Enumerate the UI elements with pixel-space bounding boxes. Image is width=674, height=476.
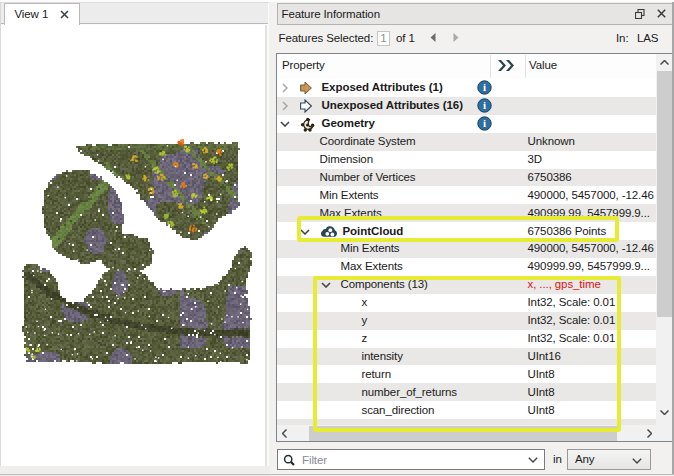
table-row[interactable]: zInt32, Scale: 0.01	[277, 330, 656, 348]
property-value: 3D	[528, 153, 543, 165]
table-row[interactable]: Max Extents490999.99, 5457999.9...	[277, 204, 656, 222]
property-value: 490000, 5457000, -12.46	[528, 189, 654, 201]
table-row[interactable]: Min Extents490000, 5457000, -12.46	[277, 186, 656, 204]
window-bottom-border	[0, 474, 674, 475]
filter-combobox[interactable]	[277, 449, 545, 470]
scroll-left-icon[interactable]	[277, 425, 291, 441]
scope-value: Any	[575, 453, 595, 465]
svg-text:i: i	[483, 118, 486, 130]
of-total-label: of 1	[396, 32, 415, 44]
property-label: Unexposed Attributes (16)	[322, 99, 463, 111]
property-label: z	[362, 332, 368, 344]
chevron-down-icon[interactable]	[300, 229, 310, 235]
table-row[interactable]: Exposed Attributes (1)i	[277, 79, 656, 97]
table-header: Property Value	[277, 54, 673, 79]
property-table: Property Value Exposed Attributes (1)iUn…	[276, 53, 674, 442]
close-icon[interactable]	[657, 9, 666, 18]
property-value: UInt16	[528, 350, 561, 362]
property-value: Unknown	[528, 135, 575, 147]
table-row[interactable]: Min Extents490000, 5457000, -12.46	[277, 240, 656, 258]
column-header-value[interactable]: Value	[529, 59, 557, 71]
table-row[interactable]: number_of_returnsUInt8	[277, 383, 656, 401]
table-row[interactable]: returnUInt8	[277, 365, 656, 383]
property-label: Max Extents	[341, 260, 403, 272]
property-value: x, ..., gps_time	[528, 278, 601, 290]
chevron-down-icon[interactable]	[321, 282, 331, 288]
svg-text:i: i	[483, 100, 486, 112]
unexposed-arrow-icon	[300, 99, 312, 113]
pointcloud-icon	[321, 224, 337, 239]
horizontal-scrollbar-thumb[interactable]	[309, 426, 617, 441]
next-arrow-icon[interactable]	[453, 33, 459, 42]
column-header-property[interactable]: Property	[282, 59, 325, 71]
property-rows: Exposed Attributes (1)iUnexposed Attribu…	[277, 79, 656, 426]
property-value: 490999.99, 5457999.9...	[528, 260, 650, 272]
search-icon	[283, 454, 297, 468]
table-row[interactable]: xInt32, Scale: 0.01	[277, 294, 656, 312]
table-row[interactable]: Components (13)x, ..., gps_time	[277, 276, 656, 294]
info-icon[interactable]: i	[477, 116, 492, 131]
table-row[interactable]: yInt32, Scale: 0.01	[277, 312, 656, 330]
in-format-label: In:	[616, 32, 629, 44]
table-row[interactable]: Geometryi	[277, 115, 656, 133]
column-separator	[490, 55, 491, 78]
table-row[interactable]: Dimension3D	[277, 151, 656, 169]
tab-view-1[interactable]: View 1	[4, 3, 81, 25]
svg-text:i: i	[483, 82, 486, 94]
view-canvas-area[interactable]	[1, 25, 267, 466]
vertical-scrollbar-thumb[interactable]	[657, 71, 673, 317]
chevron-right-icon[interactable]	[282, 101, 288, 111]
property-label: Number of Vertices	[320, 171, 416, 183]
scroll-down-icon[interactable]	[656, 404, 673, 421]
panel-title: Feature Information	[282, 8, 380, 20]
titlebar-icons	[635, 4, 666, 25]
info-icon[interactable]: i	[477, 80, 492, 95]
property-value: Int32, Scale: 0.01	[528, 332, 616, 344]
property-value: UInt8	[528, 368, 555, 380]
tab-view-1-label: View 1	[15, 8, 49, 20]
property-value: UInt8	[528, 404, 555, 416]
feature-information-titlebar[interactable]: Feature Information	[277, 3, 673, 26]
feature-count-input[interactable]: 1	[377, 31, 390, 46]
info-icon[interactable]: i	[477, 98, 492, 113]
property-value: 6750386 Points	[528, 225, 607, 237]
column-separator	[525, 55, 526, 78]
table-row[interactable]: Number of Vertices6750386	[277, 169, 656, 187]
format-value: LAS	[637, 32, 658, 44]
property-label: Max Extents	[320, 207, 382, 219]
property-label: scan_direction	[362, 404, 435, 416]
property-label: Min Extents	[320, 189, 379, 201]
point-cloud-image	[18, 130, 254, 370]
chevron-right-icon[interactable]	[282, 83, 288, 93]
property-label: PointCloud	[343, 225, 404, 237]
filter-dropdown-icon[interactable]	[528, 457, 538, 463]
table-row[interactable]: Coordinate SystemUnknown	[277, 133, 656, 151]
tab-close-icon[interactable]	[60, 10, 69, 19]
scrollbar-corner	[656, 425, 673, 441]
property-label: return	[362, 368, 391, 380]
prev-arrow-icon[interactable]	[430, 33, 436, 42]
float-icon[interactable]	[635, 9, 645, 19]
scroll-right-icon[interactable]	[642, 425, 656, 441]
horizontal-scrollbar[interactable]	[277, 425, 656, 441]
table-row[interactable]: scan_directionUInt8	[277, 401, 656, 419]
table-row[interactable]: PointCloud6750386 Points	[277, 222, 656, 240]
filter-input[interactable]	[302, 451, 517, 468]
vertical-scrollbar[interactable]	[656, 54, 673, 426]
table-row[interactable]: intensityUInt16	[277, 348, 656, 366]
scope-combobox[interactable]: Any	[567, 449, 651, 470]
table-row[interactable]: Unexposed Attributes (16)i	[277, 97, 656, 115]
view-panel: View 1	[0, 0, 269, 476]
double-chevron-icon[interactable]	[498, 60, 516, 71]
property-value: 490999.99, 5457999.9...	[528, 207, 650, 219]
table-row[interactable]: Max Extents490999.99, 5457999.9...	[277, 258, 656, 276]
property-value: 490000, 5457000, -12.46	[528, 242, 654, 254]
property-label: Exposed Attributes (1)	[322, 81, 443, 93]
property-label: Dimension	[320, 153, 373, 165]
property-value: 6750386	[528, 171, 572, 183]
property-label: x	[362, 296, 368, 308]
chevron-down-icon[interactable]	[280, 121, 290, 127]
property-label: Geometry	[322, 117, 375, 129]
exposed-arrow-icon	[300, 81, 312, 95]
scroll-up-icon[interactable]	[656, 54, 673, 71]
